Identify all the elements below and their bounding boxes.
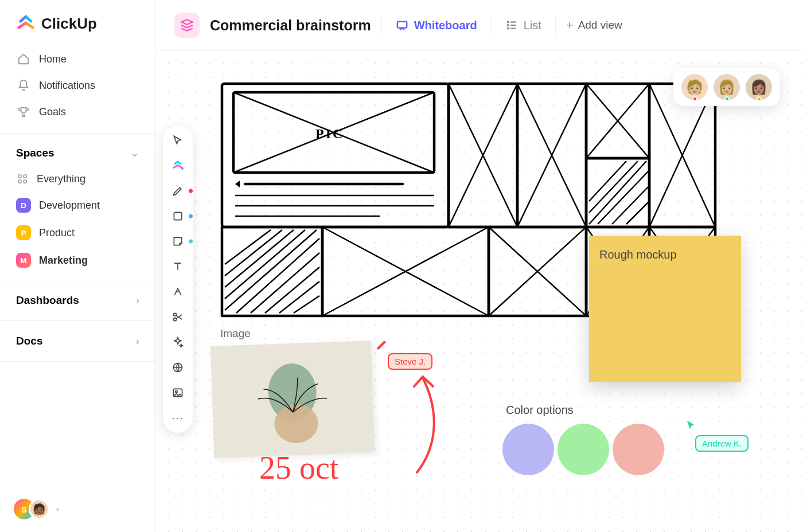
image-card[interactable] xyxy=(211,341,375,458)
svg-point-5 xyxy=(507,22,508,23)
svg-point-0 xyxy=(18,175,22,178)
nav-notifications-label: Notifications xyxy=(39,80,95,92)
svg-point-13 xyxy=(174,313,177,316)
svg-point-9 xyxy=(507,28,508,29)
whiteboard-canvas[interactable]: + ··· 🧑🏼 👩🏼 👩🏽 xyxy=(156,51,803,532)
whiteboard-icon xyxy=(396,19,408,32)
connector-tool[interactable] xyxy=(171,285,185,299)
add-view-button[interactable]: + Add view xyxy=(566,18,622,33)
chevron-down-icon: ⌄ xyxy=(130,146,139,159)
text-tool[interactable] xyxy=(171,260,185,273)
dev-badge: D xyxy=(16,198,31,213)
tab-whiteboard-label: Whiteboard xyxy=(414,19,477,32)
prod-label: Product xyxy=(39,227,75,239)
color-swatches xyxy=(505,424,664,475)
canvas-toolbar: + ··· xyxy=(163,126,193,433)
plus-icon: + xyxy=(566,18,574,33)
nav-dashboards[interactable]: Dashboards › xyxy=(0,286,155,315)
board-icon xyxy=(174,13,200,38)
svg-rect-4 xyxy=(397,22,407,28)
nav-home[interactable]: Home xyxy=(7,46,149,72)
more-tool[interactable]: ··· xyxy=(171,411,185,425)
tab-list-label: List xyxy=(524,19,541,32)
sidebar-item-development[interactable]: D Development xyxy=(0,191,155,219)
cursor-icon xyxy=(685,419,697,432)
logo-text: ClickUp xyxy=(41,15,97,33)
trophy-icon xyxy=(17,105,30,118)
logo[interactable]: ClickUp xyxy=(0,0,155,44)
pic-label: PIC xyxy=(315,126,344,141)
page-title: Commercial brainstorm xyxy=(210,17,371,34)
color-options-label: Color options xyxy=(506,404,574,417)
image-tool[interactable] xyxy=(171,386,185,400)
freehand-arrow xyxy=(383,361,451,475)
list-icon xyxy=(505,19,518,32)
magic-tool[interactable] xyxy=(171,335,185,349)
scissors-tool[interactable] xyxy=(171,310,185,324)
sidebar-item-marketing[interactable]: M Marketing xyxy=(0,247,155,274)
everything-label: Everything xyxy=(37,173,85,185)
shape-tool[interactable] xyxy=(171,209,185,223)
avatar[interactable]: 👩🏽 xyxy=(746,74,772,100)
nav-goals-label: Goals xyxy=(39,106,66,118)
pen-tool[interactable] xyxy=(171,184,185,198)
bell-icon xyxy=(17,79,30,92)
svg-rect-12 xyxy=(174,212,181,220)
mkt-badge: M xyxy=(16,253,31,268)
spaces-header[interactable]: Spaces ⌄ xyxy=(0,139,155,166)
sidebar-item-product[interactable]: P Product xyxy=(0,219,155,247)
dashboards-label: Dashboards xyxy=(16,294,79,307)
svg-point-1 xyxy=(24,175,27,178)
avatar[interactable]: 🧑🏼 xyxy=(681,74,708,100)
nav-notifications[interactable]: Notifications xyxy=(7,72,149,99)
sticky-tool[interactable] xyxy=(171,234,185,248)
collaborator-avatars: 🧑🏼 👩🏼 👩🏽 xyxy=(673,68,780,106)
svg-point-7 xyxy=(507,25,508,26)
svg-rect-24 xyxy=(222,227,322,316)
svg-point-17 xyxy=(176,391,177,393)
clickup-logo-icon xyxy=(16,14,36,33)
nav-home-label: Home xyxy=(39,53,67,65)
svg-point-2 xyxy=(18,180,22,183)
pointer-tool[interactable] xyxy=(171,134,185,147)
freehand-date-text: 25 oct xyxy=(259,449,338,486)
user-cursor-andrew: Andrew K. xyxy=(695,435,749,452)
sidebar: ClickUp Home Notifications Goals Spaces … xyxy=(0,0,156,532)
user-switcher[interactable]: S 🧑🏾 ▾ xyxy=(14,499,59,519)
svg-text:+: + xyxy=(181,165,184,172)
sticky-text: Rough mockup xyxy=(599,248,731,261)
nav-goals[interactable]: Goals xyxy=(7,99,149,125)
chevron-right-icon: › xyxy=(136,335,139,347)
color-swatch[interactable] xyxy=(502,424,554,475)
dev-label: Development xyxy=(39,200,100,212)
nav-docs[interactable]: Docs › xyxy=(0,327,155,355)
avatar[interactable]: 👩🏼 xyxy=(714,74,740,100)
page-header: Commercial brainstorm Whiteboard List + … xyxy=(156,0,803,51)
sticky-note[interactable]: Rough mockup xyxy=(589,236,741,382)
pencil-icon xyxy=(375,338,389,351)
clickup-tool[interactable]: + xyxy=(171,159,185,173)
spaces-title: Spaces xyxy=(16,147,54,159)
chevron-down-icon: ▾ xyxy=(56,506,59,513)
svg-point-14 xyxy=(174,318,177,321)
everything-icon xyxy=(16,173,29,185)
docs-label: Docs xyxy=(16,335,42,347)
mkt-label: Marketing xyxy=(39,255,88,267)
tab-whiteboard[interactable]: Whiteboard xyxy=(392,17,481,34)
web-tool[interactable] xyxy=(171,361,185,374)
image-label: Image xyxy=(220,327,251,340)
color-swatch[interactable] xyxy=(613,424,664,475)
add-view-label: Add view xyxy=(578,19,622,32)
prod-badge: P xyxy=(16,225,31,240)
home-icon xyxy=(17,53,30,65)
svg-point-3 xyxy=(24,180,27,183)
sidebar-item-everything[interactable]: Everything xyxy=(0,166,155,191)
color-swatch[interactable] xyxy=(558,424,609,475)
tab-list[interactable]: List xyxy=(502,17,545,34)
chevron-right-icon: › xyxy=(136,294,139,307)
user-avatar-photo: 🧑🏾 xyxy=(29,499,49,519)
